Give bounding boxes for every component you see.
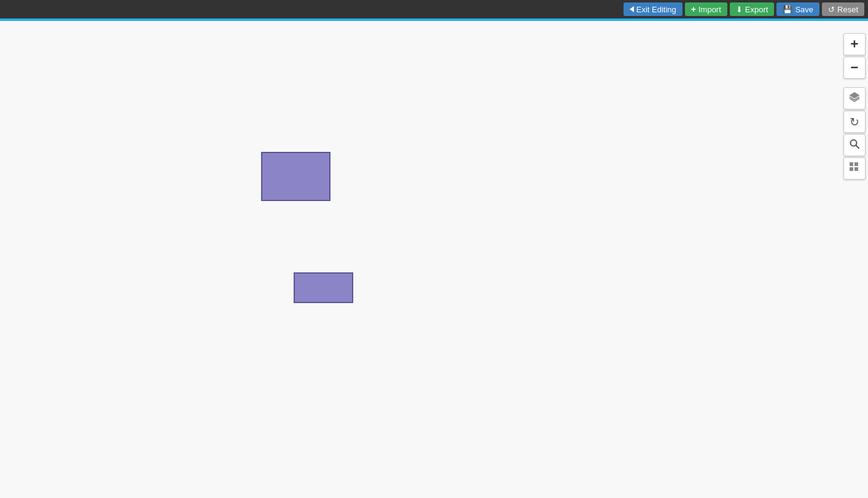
import-button[interactable]: + Import [685, 2, 727, 16]
reset-icon: ↺ [828, 5, 835, 14]
reset-button[interactable]: ↺ Reset [822, 2, 864, 16]
reset-label: Reset [837, 5, 858, 14]
svg-line-2 [856, 145, 859, 148]
save-icon: 💾 [783, 5, 792, 14]
map-inner [0, 21, 868, 498]
control-spacer-1 [843, 80, 866, 86]
arrow-left-icon [630, 6, 634, 12]
zoom-in-button[interactable]: + [843, 33, 866, 55]
import-label: Import [698, 5, 721, 14]
exit-editing-button[interactable]: Exit Editing [624, 2, 682, 16]
search-icon [849, 138, 860, 152]
exit-editing-label: Exit Editing [636, 5, 676, 14]
layers-button[interactable] [843, 87, 866, 109]
plus-icon: + [691, 4, 696, 14]
svg-rect-4 [854, 162, 858, 166]
save-button[interactable]: 💾 Save [776, 2, 819, 16]
search-button[interactable] [843, 134, 866, 156]
refresh-icon: ↻ [850, 115, 859, 129]
grid-icon [849, 162, 860, 176]
save-label: Save [795, 5, 813, 14]
zoom-out-button[interactable]: − [843, 57, 866, 79]
download-icon: ⬇ [736, 5, 743, 14]
svg-rect-5 [850, 167, 853, 171]
svg-rect-6 [854, 167, 858, 171]
toolbar: Exit Editing + Import ⬇ Export 💾 Save ↺ … [0, 0, 868, 18]
grid-button[interactable] [843, 157, 866, 180]
layers-icon [848, 91, 861, 106]
refresh-button[interactable]: ↻ [843, 111, 866, 133]
zoom-in-icon: + [851, 36, 859, 52]
export-button[interactable]: ⬇ Export [730, 2, 775, 16]
right-controls: + − ↻ [841, 31, 868, 182]
map-rect-1[interactable] [261, 152, 330, 201]
export-label: Export [745, 5, 768, 14]
svg-rect-3 [850, 162, 853, 166]
accent-line [0, 18, 868, 21]
map-rect-2[interactable] [294, 272, 353, 303]
zoom-out-icon: − [851, 60, 859, 76]
canvas-area[interactable] [0, 21, 868, 498]
